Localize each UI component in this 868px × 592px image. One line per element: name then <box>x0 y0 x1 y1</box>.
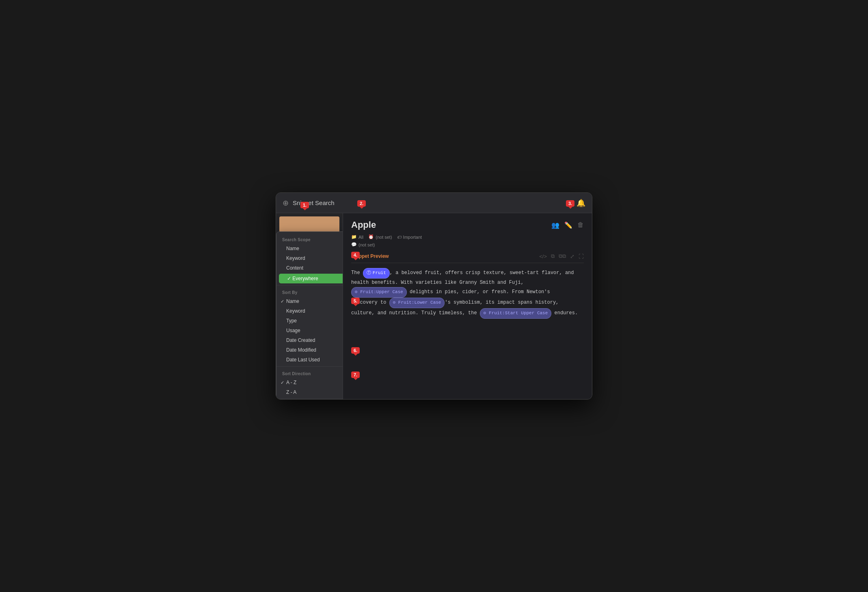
sort-keyword[interactable]: Keyword <box>276 306 343 316</box>
meta-date: ⏰ (not set) <box>368 234 392 240</box>
token-icon: Ⓣ <box>367 269 371 277</box>
content-line1-post: , a beloved fruit, offers crisp texture,… <box>390 270 574 276</box>
content-line3-post: delights in pies, cider, or fresh. From … <box>407 289 550 295</box>
detail-actions: 👥 ✏️ 🗑 <box>551 221 584 229</box>
scope-content[interactable]: Content <box>276 263 343 273</box>
sort-type[interactable]: Type <box>276 316 343 326</box>
snippet-preview-header: Snippet Preview </> ⧉ ⧉⧉ ⤢ ⛶ <box>351 253 584 263</box>
meta-tag: 🏷 Important <box>397 235 422 240</box>
scope-everywhere[interactable]: ✓ Everywhere <box>279 274 343 283</box>
sort-name[interactable]: Name <box>276 296 343 306</box>
app-window: 1. 2. 3. 4. 5. 6. 7. ⊕ Snippet Search 🔔 … <box>276 192 592 400</box>
copy-button[interactable]: ⧉ <box>551 253 555 259</box>
notification-button[interactable]: 🔔 <box>577 199 585 207</box>
scope-keyword[interactable]: Keyword <box>276 253 343 263</box>
snippet-content: The Ⓣ Fruit, a beloved fruit, offers cri… <box>351 268 584 319</box>
badge-3: 3. <box>566 200 574 207</box>
divider-2 <box>276 366 343 367</box>
detail-title-row: Apple 👥 ✏️ 🗑 <box>351 220 584 230</box>
share-button[interactable]: 👥 <box>551 221 559 229</box>
badge-6: 6. <box>351 347 360 354</box>
divider-1 <box>276 285 343 285</box>
badge-1: 1. <box>300 202 309 208</box>
badge-2: 2. <box>357 200 366 207</box>
tag-icon: 🏷 <box>397 235 402 240</box>
app-title: Snippet Search <box>293 199 335 206</box>
header: ⊕ Snippet Search 🔔 <box>276 193 592 213</box>
detail-pane: Apple 👥 ✏️ 🗑 📁 All ⏰ (not set) � <box>343 213 592 399</box>
header-right: 🔔 <box>577 199 585 207</box>
dir-z-a[interactable]: Z - A <box>276 387 343 397</box>
expand-button[interactable]: ⤢ <box>570 253 574 259</box>
badge-7: 7. <box>351 372 360 378</box>
search-icon: ⊕ <box>283 199 289 207</box>
badge-4: 4. <box>351 252 360 258</box>
token-upper-case: ⊙ Fruit:Upper Case <box>351 287 407 298</box>
folder-label: All <box>358 235 363 240</box>
comment-icon: 💬 <box>351 242 357 247</box>
preview-icons: </> ⧉ ⧉⧉ ⤢ ⛶ <box>539 253 584 259</box>
fullscreen-button[interactable]: ⛶ <box>579 253 584 259</box>
sort-by-header: Sort By <box>276 287 343 296</box>
sort-date-modified[interactable]: Date Modified <box>276 345 343 355</box>
main-layout: Search Scope Name Keyword Content ✓ Ever… <box>276 213 592 399</box>
edit-button[interactable]: ✏️ <box>564 221 572 229</box>
comment-text: (not set) <box>358 242 375 247</box>
sort-usage[interactable]: Usage <box>276 326 343 335</box>
sort-date-last-used[interactable]: Date Last Used <box>276 355 343 365</box>
content-line5-post: endures. <box>551 310 578 316</box>
content-line4-post: 's symbolism, its impact spans history, <box>445 300 559 305</box>
clock-icon: ⏰ <box>368 234 374 240</box>
divider-3 <box>276 399 343 399</box>
token-fruit: Ⓣ Fruit <box>363 268 390 279</box>
sidebar: Search Scope Name Keyword Content ✓ Ever… <box>276 213 343 399</box>
detail-meta: 📁 All ⏰ (not set) 🏷 Important <box>351 234 584 240</box>
preview-label: Snippet Preview <box>351 253 539 259</box>
tag-label: Important <box>403 235 422 240</box>
meta-folder: 📁 All <box>351 234 363 240</box>
copy2-button[interactable]: ⧉⧉ <box>559 253 566 259</box>
date-label: (not set) <box>376 235 392 240</box>
content-line1-pre: The <box>351 270 363 276</box>
dir-a-z[interactable]: A - Z <box>276 378 343 387</box>
token-lower-case: ⊙ Fruit:Lower Case <box>389 298 445 308</box>
detail-comment: 💬 (not set) <box>351 242 584 247</box>
code-button[interactable]: </> <box>539 253 547 259</box>
badge-5: 5. <box>351 298 360 304</box>
sort-date-created[interactable]: Date Created <box>276 335 343 345</box>
sort-direction-header: Sort Direction <box>276 368 343 378</box>
scope-name[interactable]: Name <box>276 244 343 253</box>
search-scope-header: Search Scope <box>276 234 343 244</box>
content-line5-pre: culture, and nutrition. Truly timeless, … <box>351 310 480 316</box>
sidebar-search-bar[interactable] <box>279 216 339 232</box>
snippet-title: Apple <box>351 220 551 230</box>
token-start-upper: ⊙ Fruit:Start Upper Case <box>480 308 551 319</box>
folder-icon: 📁 <box>351 234 357 240</box>
content-line2: health benefits. With varieties like Gra… <box>351 280 524 285</box>
delete-button[interactable]: 🗑 <box>577 221 584 229</box>
dropdown-menu: Search Scope Name Keyword Content ✓ Ever… <box>276 231 343 399</box>
